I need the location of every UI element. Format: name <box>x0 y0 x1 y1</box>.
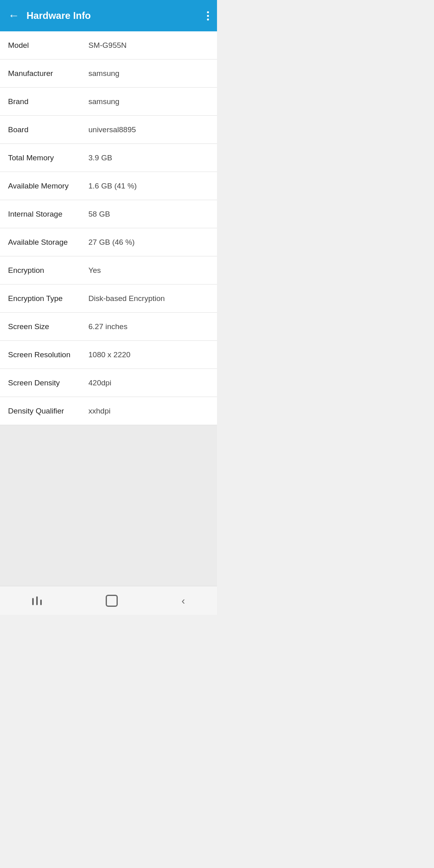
row-value-2: samsung <box>88 97 209 106</box>
recents-icon <box>32 596 42 605</box>
row-label-3: Board <box>8 125 88 134</box>
home-button[interactable] <box>94 591 130 611</box>
row-value-6: 58 GB <box>88 210 209 219</box>
table-row: Encryption TypeDisk-based Encryption <box>0 285 217 313</box>
table-row: Available Memory1.6 GB (41 %) <box>0 172 217 200</box>
table-row: Screen Resolution1080 x 2220 <box>0 341 217 369</box>
row-label-13: Density Qualifier <box>8 407 88 416</box>
row-label-1: Manufacturer <box>8 69 88 78</box>
row-label-11: Screen Resolution <box>8 350 88 359</box>
row-label-6: Internal Storage <box>8 210 88 219</box>
recents-bar-2 <box>36 596 38 605</box>
back-button[interactable]: ← <box>8 10 19 21</box>
table-row: EncryptionYes <box>0 256 217 285</box>
table-row: ModelSM-G955N <box>0 31 217 59</box>
row-label-9: Encryption Type <box>8 294 88 303</box>
row-value-10: 6.27 inches <box>88 322 209 331</box>
back-nav-button[interactable]: ‹ <box>170 592 197 610</box>
dot2 <box>207 15 209 17</box>
empty-area <box>0 425 217 586</box>
row-value-7: 27 GB (46 %) <box>88 238 209 247</box>
dot1 <box>207 11 209 13</box>
row-value-11: 1080 x 2220 <box>88 350 209 359</box>
row-label-8: Encryption <box>8 266 88 275</box>
table-row: Boarduniversal8895 <box>0 116 217 144</box>
back-nav-icon: ‹ <box>182 596 185 606</box>
app-bar: ← Hardware Info <box>0 0 217 31</box>
row-label-10: Screen Size <box>8 322 88 331</box>
row-label-7: Available Storage <box>8 238 88 247</box>
dot3 <box>207 18 209 20</box>
recents-bar-1 <box>32 598 34 605</box>
row-value-12: 420dpi <box>88 379 209 387</box>
navigation-bar: ‹ <box>0 586 217 615</box>
table-row: Screen Size6.27 inches <box>0 313 217 341</box>
page-title: Hardware Info <box>27 10 207 21</box>
recents-button[interactable] <box>20 592 54 609</box>
table-row: Density Qualifierxxhdpi <box>0 397 217 425</box>
row-value-1: samsung <box>88 69 209 78</box>
row-value-5: 1.6 GB (41 %) <box>88 182 209 190</box>
row-value-0: SM-G955N <box>88 41 209 50</box>
table-row: Total Memory3.9 GB <box>0 144 217 172</box>
row-value-3: universal8895 <box>88 125 209 134</box>
row-label-12: Screen Density <box>8 379 88 387</box>
row-value-9: Disk-based Encryption <box>88 294 209 303</box>
row-value-8: Yes <box>88 266 209 275</box>
table-row: Manufacturersamsung <box>0 59 217 88</box>
recents-bar-3 <box>40 600 42 605</box>
row-label-2: Brand <box>8 97 88 106</box>
row-label-5: Available Memory <box>8 182 88 190</box>
table-row: Screen Density420dpi <box>0 369 217 397</box>
row-value-13: xxhdpi <box>88 407 209 416</box>
row-label-0: Model <box>8 41 88 50</box>
table-row: Internal Storage58 GB <box>0 200 217 228</box>
info-list: ModelSM-G955NManufacturersamsungBrandsam… <box>0 31 217 425</box>
table-row: Brandsamsung <box>0 88 217 116</box>
more-options-button[interactable] <box>207 11 209 20</box>
table-row: Available Storage27 GB (46 %) <box>0 228 217 256</box>
home-icon <box>106 595 118 607</box>
row-label-4: Total Memory <box>8 154 88 162</box>
row-value-4: 3.9 GB <box>88 154 209 162</box>
